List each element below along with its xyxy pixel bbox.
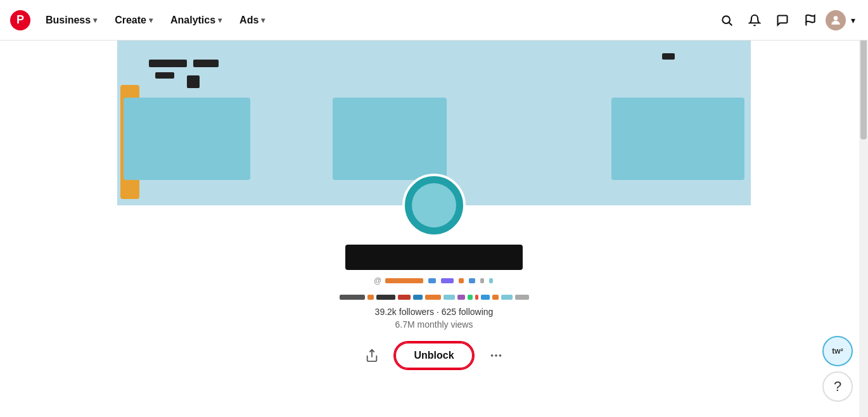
- handle-seg1: [385, 278, 423, 283]
- at-symbol: @: [374, 276, 381, 285]
- scrollbar[interactable]: [859, 0, 868, 417]
- followers-count: 39.2k followers · 625 following: [375, 307, 494, 317]
- business-chevron-icon: ▾: [93, 16, 97, 25]
- banner-decoration-text4: [187, 75, 200, 88]
- profile-section: @ 39.2k followers · 62: [212, 205, 656, 382]
- banner-block-center: [333, 98, 447, 180]
- pinterest-logo[interactable]: P: [10, 10, 30, 30]
- avatar-inner: [412, 183, 456, 228]
- stats-seg10: [475, 295, 478, 300]
- handle-seg4: [459, 278, 464, 283]
- nav-analytics-label: Analytics: [170, 15, 215, 26]
- account-chevron-icon[interactable]: ▾: [848, 13, 858, 28]
- help-badge[interactable]: tw²: [822, 336, 853, 366]
- profile-handle: @: [374, 276, 494, 285]
- banner-decoration-text3: [155, 72, 174, 79]
- svg-point-5: [490, 354, 493, 357]
- stats-seg11: [481, 295, 490, 300]
- handle-seg7: [489, 278, 493, 283]
- nav-left: P Business ▾ Create ▾ Analytics ▾ Ads ▾: [10, 10, 272, 31]
- stats-bar: [338, 293, 530, 302]
- stats-seg2: [367, 295, 374, 300]
- ads-chevron-icon: ▾: [261, 16, 265, 25]
- svg-point-6: [495, 354, 497, 357]
- stats-seg14: [515, 295, 529, 300]
- stats-seg8: [457, 295, 465, 300]
- flag-button[interactable]: [798, 8, 823, 33]
- user-avatar[interactable]: [826, 10, 846, 30]
- share-button[interactable]: [359, 343, 385, 368]
- unblock-button[interactable]: Unblock: [395, 342, 473, 369]
- nav-item-create[interactable]: Create ▾: [107, 10, 160, 31]
- stats-seg6: [425, 295, 441, 300]
- nav-ads-label: Ads: [239, 15, 258, 26]
- nav-item-business[interactable]: Business ▾: [38, 10, 105, 31]
- svg-point-0: [722, 16, 730, 23]
- nav-item-analytics[interactable]: Analytics ▾: [163, 10, 229, 31]
- handle-seg6: [480, 278, 484, 283]
- help-question-button[interactable]: ?: [822, 371, 853, 402]
- banner-block-right: [611, 98, 744, 180]
- stats-seg13: [501, 295, 513, 300]
- more-options-button[interactable]: [483, 343, 509, 368]
- analytics-chevron-icon: ▾: [218, 16, 222, 25]
- help-container: tw² ?: [822, 336, 853, 402]
- nav-business-label: Business: [46, 15, 91, 26]
- stats-seg9: [468, 295, 473, 300]
- search-button[interactable]: [714, 8, 739, 33]
- stats-seg1: [340, 295, 365, 300]
- monthly-views: 6.7M monthly views: [395, 319, 473, 330]
- notifications-button[interactable]: [742, 8, 767, 33]
- stats-seg3: [376, 295, 395, 300]
- handle-seg2: [428, 278, 436, 283]
- stats-seg4: [398, 295, 411, 300]
- svg-point-3: [834, 16, 838, 20]
- stats-seg5: [413, 295, 423, 300]
- banner-decoration-text1: [149, 60, 187, 67]
- svg-line-1: [729, 22, 732, 25]
- profile-name-redacted: [345, 245, 523, 270]
- nav-right: ▾: [714, 8, 858, 33]
- nav-item-ads[interactable]: Ads ▾: [232, 10, 272, 31]
- handle-seg3: [441, 278, 454, 283]
- navbar: P Business ▾ Create ▾ Analytics ▾ Ads ▾: [0, 0, 868, 41]
- handle-seg5: [469, 278, 475, 283]
- svg-point-7: [499, 354, 501, 357]
- banner-block-left: [124, 98, 250, 180]
- messages-button[interactable]: [770, 8, 795, 33]
- banner-decoration-text2: [193, 60, 219, 67]
- stats-seg12: [492, 295, 499, 300]
- actions-row: Unblock: [359, 342, 508, 369]
- nav-create-label: Create: [115, 15, 146, 26]
- main-content: @ 39.2k followers · 62: [0, 0, 868, 417]
- stats-seg7: [444, 295, 455, 300]
- create-chevron-icon: ▾: [149, 16, 153, 25]
- question-mark-icon: ?: [834, 378, 841, 395]
- banner-decoration-small: [662, 53, 675, 60]
- profile-avatar: [402, 174, 466, 237]
